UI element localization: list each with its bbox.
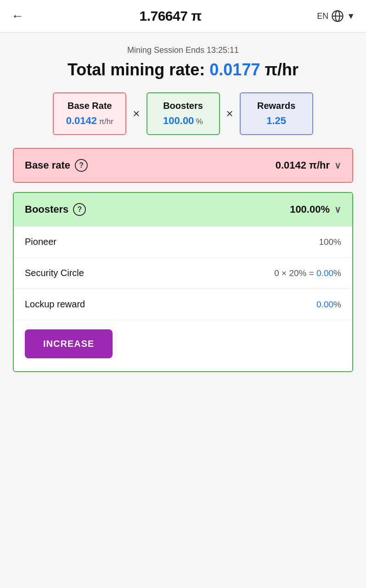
base-rate-unit: π/hr	[99, 117, 113, 126]
boosters-title: Boosters	[157, 101, 210, 111]
security-circle-formula: 0 × 20% =	[274, 268, 316, 278]
rewards-value[interactable]: 1.25	[266, 115, 286, 126]
boosters-box[interactable]: Boosters 100.00 %	[146, 92, 220, 135]
multiply-sign-2: ×	[226, 107, 233, 121]
boosters-value[interactable]: 100.00	[163, 115, 194, 126]
session-info: Mining Session Ends 13:25:11	[13, 45, 353, 55]
lockup-reward-value: 0.00%	[316, 300, 341, 310]
rewards-title: Rewards	[250, 101, 303, 111]
total-rate-value[interactable]: 0.0177	[209, 60, 260, 79]
base-rate-value[interactable]: 0.0142	[66, 115, 97, 126]
dropdown-arrow-icon: ▼	[347, 11, 355, 21]
security-circle-link[interactable]: 0.00	[316, 268, 333, 278]
boosters-section-header[interactable]: Boosters ? 100.00% ∨	[14, 193, 352, 226]
boosters-section-value: 100.00% ∨	[290, 204, 341, 215]
main-content: Mining Session Ends 13:25:11 Total minin…	[0, 33, 366, 400]
increase-button[interactable]: INCREASE	[25, 329, 113, 358]
security-circle-label: Security Circle	[25, 268, 84, 278]
boosters-section-label: Boosters ?	[25, 203, 86, 216]
pioneer-label: Pioneer	[25, 237, 56, 247]
base-rate-section: Base rate ? 0.0142 π/hr ∨	[13, 148, 353, 183]
base-rate-title: Base Rate	[63, 101, 116, 111]
security-circle-value: 0 × 20% = 0.00%	[274, 268, 341, 278]
base-rate-section-value: 0.0142 π/hr ∨	[276, 159, 341, 171]
base-rate-section-label: Base rate ?	[25, 159, 88, 172]
back-button[interactable]: ←	[11, 9, 24, 23]
rate-boxes-row: Base Rate 0.0142 π/hr × Boosters 100.00 …	[13, 92, 353, 135]
total-rate-label: Total mining rate:	[68, 60, 205, 79]
lockup-reward-row: Lockup reward 0.00%	[14, 289, 352, 320]
base-rate-section-header[interactable]: Base rate ? 0.0142 π/hr ∨	[14, 149, 352, 182]
language-selector[interactable]: EN ▼	[317, 10, 355, 23]
security-circle-row: Security Circle 0 × 20% = 0.00%	[14, 258, 352, 289]
lockup-reward-link[interactable]: 0.00	[316, 300, 333, 309]
base-rate-box[interactable]: Base Rate 0.0142 π/hr	[53, 92, 126, 135]
boosters-section: Boosters ? 100.00% ∨ Pioneer 100% Securi…	[13, 192, 353, 372]
boosters-help-icon[interactable]: ?	[73, 203, 86, 216]
boosters-chevron-icon: ∨	[334, 204, 341, 215]
globe-icon	[331, 10, 344, 23]
base-rate-chevron-icon: ∨	[334, 160, 341, 171]
pioneer-row: Pioneer 100%	[14, 226, 352, 258]
base-rate-help-icon[interactable]: ?	[75, 159, 88, 172]
total-rate-unit: π/hr	[265, 60, 298, 79]
pioneer-value: 100%	[319, 237, 341, 247]
total-rate-display: Total mining rate: 0.0177 π/hr	[13, 60, 353, 79]
app-header: ← 1.76647 π EN ▼	[0, 0, 366, 33]
multiply-sign-1: ×	[133, 107, 140, 121]
header-title: 1.76647 π	[139, 8, 201, 24]
lockup-reward-label: Lockup reward	[25, 299, 85, 310]
lang-label: EN	[317, 11, 328, 21]
rewards-box[interactable]: Rewards 1.25	[240, 92, 313, 135]
boosters-unit: %	[196, 117, 203, 126]
boosters-body: Pioneer 100% Security Circle 0 × 20% = 0…	[14, 226, 352, 371]
